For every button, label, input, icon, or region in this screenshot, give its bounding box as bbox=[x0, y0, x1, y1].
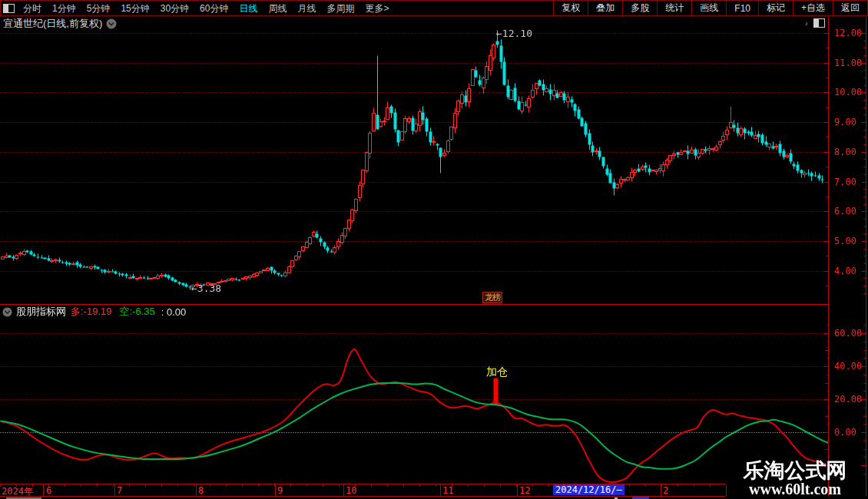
indicator-name[interactable]: 股朋指标网 bbox=[16, 305, 66, 319]
month-label: 9 bbox=[277, 485, 283, 496]
menu-item-1分钟[interactable]: 1分钟 bbox=[47, 3, 81, 14]
month-label: 8 bbox=[198, 485, 204, 496]
menu-item-周线[interactable]: 周线 bbox=[263, 3, 292, 14]
indicator-long-value: 多:-19.19 bbox=[71, 305, 111, 319]
month-label: 11 bbox=[442, 485, 453, 496]
price-label: 6.00 bbox=[834, 206, 856, 216]
price-label: 11.00 bbox=[834, 58, 862, 68]
tool-menu: 复权叠加多股统计画线F10标记+自选返回 bbox=[553, 1, 867, 15]
month-separator bbox=[726, 484, 727, 496]
price-label: 4.00 bbox=[834, 266, 856, 276]
watermark: 乐淘公式网 www.60lt.com bbox=[730, 460, 860, 497]
price-label: 12.00 bbox=[834, 28, 862, 38]
tool-button-+自选[interactable]: +自选 bbox=[793, 1, 833, 15]
tool-button-标记[interactable]: 标记 bbox=[758, 1, 793, 15]
month-label: 10 bbox=[346, 485, 356, 496]
menu-item-15分钟[interactable]: 15分钟 bbox=[115, 3, 154, 14]
month-separator bbox=[440, 484, 441, 496]
menu-item-多周期[interactable]: 多周期 bbox=[321, 3, 359, 14]
ranking-badge[interactable]: 龙榜 bbox=[482, 292, 502, 303]
indicator-value-label: 20.00 bbox=[834, 394, 862, 405]
month-separator bbox=[114, 484, 115, 496]
price-label: 9.00 bbox=[834, 117, 856, 127]
price-label: 5.00 bbox=[834, 236, 856, 246]
tool-button-统计[interactable]: 统计 bbox=[657, 1, 691, 15]
indicator-value-label: 0.00 bbox=[834, 427, 856, 438]
indicator-value-label: 60.00 bbox=[834, 328, 862, 339]
month-separator bbox=[517, 484, 518, 496]
menu-item-日线[interactable]: 日线 bbox=[234, 3, 263, 14]
price-label: 7.00 bbox=[834, 177, 856, 187]
layout-icon[interactable] bbox=[3, 4, 15, 13]
month-separator bbox=[275, 484, 276, 496]
month-label: 2 bbox=[663, 485, 668, 496]
menu-item-30分钟[interactable]: 30分钟 bbox=[155, 3, 194, 14]
indicator-extra-value: : 0.00 bbox=[161, 306, 187, 318]
price-label: 10.00 bbox=[834, 87, 862, 97]
tool-button-返回[interactable]: 返回 bbox=[833, 1, 867, 15]
month-label: 7 bbox=[117, 485, 122, 496]
menu-item-5分钟[interactable]: 5分钟 bbox=[81, 3, 116, 14]
menu-item-月线[interactable]: 月线 bbox=[292, 3, 321, 14]
indicator-header: 股朋指标网 多:-19.19 空:-6.35 : 0.00 bbox=[2, 306, 186, 317]
trading-app-window: 分时1分钟5分钟15分钟30分钟60分钟日线周线月线多周期更多> 复权叠加多股统… bbox=[0, 0, 868, 499]
menu-item-分时[interactable]: 分时 bbox=[18, 3, 47, 14]
year-label: 2024年 bbox=[2, 485, 33, 498]
month-label: 12 bbox=[519, 485, 530, 496]
indicator-canvas[interactable] bbox=[0, 319, 828, 484]
indicator-short-value: 空:-6.35 bbox=[119, 305, 154, 319]
chevron-down-icon[interactable] bbox=[2, 307, 12, 317]
month-separator bbox=[661, 484, 661, 496]
tool-button-叠加[interactable]: 叠加 bbox=[588, 1, 622, 15]
main-chart-canvas[interactable] bbox=[0, 24, 828, 305]
tool-button-画线[interactable]: 画线 bbox=[691, 1, 726, 15]
low-annotation: ←3.38 bbox=[191, 283, 221, 294]
tool-button-复权[interactable]: 复权 bbox=[553, 1, 588, 15]
high-annotation: ←12.10 bbox=[496, 28, 532, 39]
month-separator bbox=[43, 484, 44, 496]
month-separator bbox=[343, 484, 344, 496]
month-label: 6 bbox=[46, 485, 51, 496]
price-label: 8.00 bbox=[834, 147, 856, 157]
month-separator bbox=[196, 484, 197, 496]
selected-date-highlight: 2024/12/16/— bbox=[553, 484, 624, 495]
tool-button-F10[interactable]: F10 bbox=[726, 1, 758, 15]
menu-item-更多>[interactable]: 更多> bbox=[359, 3, 394, 14]
time-axis-bottom-line bbox=[0, 496, 726, 497]
watermark-site-name: 乐淘公式网 bbox=[730, 460, 860, 481]
menu-item-60分钟[interactable]: 60分钟 bbox=[194, 3, 234, 14]
indicator-value-label: 40.00 bbox=[834, 361, 862, 372]
watermark-url: www.60lt.com bbox=[730, 481, 860, 497]
period-menu: 分时1分钟5分钟15分钟30分钟60分钟日线周线月线多周期更多> bbox=[18, 1, 394, 15]
signal-label: 加仓 bbox=[486, 365, 508, 379]
top-menu-bar: 分时1分钟5分钟15分钟30分钟60分钟日线周线月线多周期更多> 复权叠加多股统… bbox=[0, 0, 868, 16]
tool-button-多股[interactable]: 多股 bbox=[622, 1, 657, 15]
